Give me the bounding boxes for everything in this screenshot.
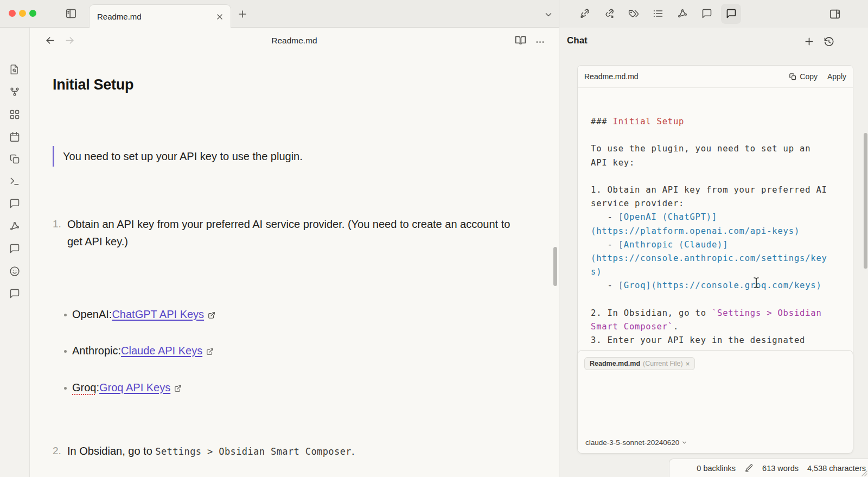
backlinks-view-button[interactable] — [579, 8, 590, 19]
chat-sidebar: Chat Readme.md.md Copy Apply ### Initial… — [559, 0, 868, 477]
ellipsis-icon — [535, 37, 545, 47]
ribbon-templates-button[interactable] — [9, 154, 20, 164]
item2-text-before: In Obsidian, go to — [67, 445, 155, 457]
new-chat-button[interactable] — [803, 36, 815, 47]
outgoing-links-button[interactable] — [604, 8, 615, 19]
close-window-button[interactable] — [9, 10, 16, 17]
bullet-dot — [64, 387, 67, 390]
apply-button[interactable]: Apply — [827, 72, 846, 81]
connections-view-button[interactable] — [677, 8, 688, 19]
copy-button[interactable]: Copy — [789, 72, 818, 81]
toggle-right-sidebar-button[interactable] — [829, 8, 841, 20]
reading-view-button[interactable] — [515, 35, 526, 46]
history-icon — [824, 36, 834, 47]
chatgpt-api-keys-link[interactable]: ChatGPT API Keys — [112, 308, 204, 321]
provider-name: Anthropic — [72, 345, 118, 357]
list-marker: 2. — [53, 442, 67, 460]
backlinks-count[interactable]: 0 backlinks — [697, 464, 736, 473]
comment-icon — [9, 243, 20, 254]
bullet-dot — [64, 314, 67, 316]
zoom-window-button[interactable] — [29, 10, 36, 17]
close-tab-icon[interactable] — [215, 12, 224, 21]
code-card-header: Readme.md.md Copy Apply — [578, 66, 853, 88]
smart-composer-chat-button[interactable] — [726, 8, 737, 19]
chevron-down-icon — [544, 10, 553, 20]
list-marker: 1. — [53, 215, 67, 250]
external-link-icon[interactable] — [208, 311, 215, 319]
chat-scrollbar[interactable] — [864, 133, 867, 269]
model-selector[interactable]: claude-3-5-sonnet-20240620 — [585, 438, 687, 447]
ribbon-calendar-button[interactable] — [9, 131, 20, 142]
word-count[interactable]: 613 words — [762, 464, 799, 473]
ribbon-canvas-button[interactable] — [9, 109, 20, 120]
edit-mode-indicator[interactable] — [744, 463, 754, 473]
model-name: claude-3-5-sonnet-20240620 — [585, 438, 679, 447]
ribbon-terminal-button[interactable] — [9, 176, 20, 187]
comment-icon — [701, 8, 712, 19]
chat-history-button[interactable] — [824, 36, 834, 47]
tags-view-button[interactable] — [628, 8, 639, 19]
ribbon-comment-button[interactable] — [9, 198, 20, 209]
backlink-icon — [579, 8, 590, 19]
context-file-chip[interactable]: Readme.md.md (Current File) × — [584, 357, 695, 370]
chat-panel-title: Chat — [567, 35, 588, 46]
tags-icon — [628, 8, 639, 19]
minimize-window-button[interactable] — [19, 10, 26, 17]
external-link-icon[interactable] — [206, 348, 214, 355]
copy-button-label: Copy — [800, 72, 818, 81]
obsidian-window: Readme.md — [0, 0, 868, 477]
chat-input-box[interactable]: Readme.md.md (Current File) × claude-3-5… — [577, 350, 853, 454]
claude-api-keys-link[interactable]: Claude API Keys — [121, 345, 202, 357]
chat-icon — [726, 8, 737, 19]
chat-code-card: Readme.md.md Copy Apply ### Initial Setu… — [577, 65, 853, 391]
note-title: Readme.md — [30, 36, 559, 46]
panel-right-icon — [829, 8, 841, 20]
list-text: In Obsidian, go to Settings > Obsidian S… — [67, 442, 527, 460]
tab-readme[interactable]: Readme.md — [89, 4, 231, 28]
pencil-icon — [744, 463, 754, 473]
ribbon-graph-button[interactable] — [9, 86, 20, 97]
blockquote: You need to set up your API key to use t… — [53, 146, 303, 167]
book-open-icon — [515, 35, 526, 46]
ordered-item-2: 2. In Obsidian, go to Settings > Obsidia… — [53, 442, 527, 460]
editor-scrollbar[interactable] — [553, 247, 557, 286]
comments-view-button[interactable] — [701, 8, 712, 19]
terminal-icon — [9, 176, 20, 187]
chevron-down-icon — [681, 440, 687, 446]
toggle-left-sidebar-button[interactable] — [65, 8, 77, 20]
status-bar: 0 backlinks 613 words 4,538 characters — [669, 459, 868, 477]
tab-list-button[interactable] — [544, 10, 553, 20]
ribbon-comment-3-button[interactable] — [9, 288, 20, 299]
external-link-icon[interactable] — [174, 385, 182, 392]
character-count[interactable]: 4,538 characters — [807, 464, 866, 473]
plus-icon — [803, 36, 815, 47]
editor-pane[interactable]: Readme.md Initial Setup You need to set … — [30, 28, 559, 477]
outline-view-button[interactable] — [653, 8, 663, 19]
outline-list-icon — [653, 8, 663, 19]
page-heading: Initial Setup — [53, 77, 133, 93]
connections-icon — [9, 221, 20, 232]
groq-api-keys-link[interactable]: Groq API Keys — [99, 381, 170, 394]
sidebar-icon-bar — [559, 0, 868, 28]
ordered-item-1: 1. Obtain an API key from your preferred… — [53, 215, 527, 250]
comment-icon — [9, 198, 20, 209]
chat-header: Chat — [559, 28, 868, 53]
context-file-name: Readme.md.md — [590, 360, 640, 367]
connections-icon — [677, 8, 688, 19]
ribbon-comment-2-button[interactable] — [9, 243, 20, 254]
graph-icon — [9, 86, 20, 97]
code-block: ### Initial Setup To use the plugin, you… — [578, 88, 853, 358]
ribbon-connections-button[interactable] — [9, 221, 20, 232]
new-tab-button[interactable] — [237, 9, 248, 20]
window-resize-handle[interactable] — [860, 469, 867, 476]
more-options-button[interactable] — [535, 37, 545, 47]
provider-name: Groq — [72, 381, 96, 394]
workspace-body: Readme.md Initial Setup You need to set … — [0, 28, 559, 477]
file-search-icon — [9, 64, 20, 75]
remove-context-icon[interactable]: × — [686, 360, 690, 367]
ribbon-emoji-button[interactable] — [9, 266, 20, 277]
provider-item-anthropic: Anthropic : Claude API Keys — [53, 345, 214, 357]
ribbon-file-search-button[interactable] — [9, 64, 20, 75]
item2-text-after: . — [352, 445, 355, 457]
main-area: Readme.md — [0, 0, 559, 477]
